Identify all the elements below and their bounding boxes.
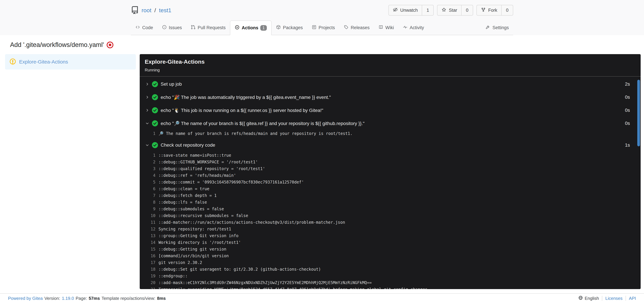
log-line: ::debug::commit = '0993c16458796907bcf83… bbox=[140, 179, 641, 186]
wrench-icon bbox=[485, 25, 490, 31]
chevron-right-icon bbox=[145, 82, 149, 86]
step-success-icon bbox=[152, 120, 158, 126]
step-list: Set up job 2s echo "🎉 The job was automa… bbox=[140, 77, 641, 289]
fork-button[interactable]: Fork bbox=[477, 5, 501, 15]
tab-activity-label: Activity bbox=[410, 25, 424, 30]
language-label: English bbox=[585, 296, 599, 301]
run-log-panel: Explore-Gitea-Actions Running Set up job… bbox=[140, 54, 641, 289]
page-footer: Powered by Gitea Version: 1.19.0 Page: 5… bbox=[0, 293, 644, 303]
step-duration: 1s bbox=[625, 142, 630, 148]
actions-count-badge: 1 bbox=[260, 25, 267, 31]
tab-settings[interactable]: Settings bbox=[481, 20, 513, 35]
step-duration: 0s bbox=[625, 108, 630, 113]
pulse-icon bbox=[403, 25, 408, 31]
log-line: ::debug::fetch depth = 1 bbox=[140, 192, 641, 199]
page-time-label: Page: bbox=[76, 296, 87, 301]
step-row-echo-branch[interactable]: echo "🔎 The name of your branch is ${{ g… bbox=[140, 117, 641, 130]
star-icon bbox=[442, 7, 446, 13]
step-row-echo-event[interactable]: echo "🎉 The job was automatically trigge… bbox=[140, 91, 641, 104]
job-item-label: Explore-Gitea-Actions bbox=[19, 59, 68, 65]
unwatch-button[interactable]: Unwatch bbox=[389, 5, 422, 15]
log-line: ::debug::recursive submodules = false bbox=[140, 212, 641, 219]
job-running-status-icon bbox=[10, 58, 16, 65]
step-row-echo-runner[interactable]: echo "🐧 This job is now running on a ${{… bbox=[140, 104, 641, 117]
tab-releases[interactable]: Releases bbox=[339, 20, 374, 35]
step-duration: 0s bbox=[625, 121, 630, 126]
actions-run-page: Add '.gitea/workflows/demo.yaml' Explore… bbox=[0, 35, 644, 293]
tab-issues-label: Issues bbox=[169, 25, 182, 30]
powered-by-gitea-link[interactable]: Powered by Gitea bbox=[8, 296, 43, 301]
api-link[interactable]: API bbox=[629, 296, 636, 301]
log-line: 🔎 The name of your branch is refs/heads/… bbox=[140, 130, 641, 137]
eye-slash-icon bbox=[393, 7, 398, 13]
workflow-run-title: Add '.gitea/workflows/demo.yaml' bbox=[10, 41, 104, 48]
code-icon bbox=[135, 25, 140, 31]
star-button[interactable]: Star bbox=[438, 5, 461, 15]
log-line: git version 2.30.2 bbox=[140, 259, 641, 266]
log-line: ::endgroup:: bbox=[140, 273, 641, 279]
star-button-group[interactable]: Star 0 bbox=[437, 5, 473, 15]
tab-packages-label: Packages bbox=[283, 25, 303, 30]
tab-actions-label: Actions bbox=[242, 25, 258, 30]
issue-opened-icon bbox=[162, 25, 167, 31]
tab-pull-requests-label: Pull Requests bbox=[198, 25, 226, 30]
step-log-output: ::save-state name=isPost::true ::debug::… bbox=[140, 152, 641, 289]
tab-packages[interactable]: Packages bbox=[272, 20, 307, 35]
page-time-value: 57ms bbox=[89, 296, 100, 301]
tab-activity[interactable]: Activity bbox=[398, 20, 428, 35]
tag-icon bbox=[344, 25, 349, 31]
log-scrollbar-thumb[interactable] bbox=[637, 80, 640, 146]
tab-wiki[interactable]: Wiki bbox=[374, 20, 398, 35]
tab-actions[interactable]: Actions 1 bbox=[230, 20, 272, 35]
language-selector[interactable]: English bbox=[578, 296, 599, 301]
top-header: root / test1 Unwatch 1 Star 0 bbox=[0, 0, 644, 35]
watchers-count[interactable]: 1 bbox=[422, 5, 433, 15]
project-icon bbox=[312, 25, 317, 31]
forks-count[interactable]: 0 bbox=[501, 5, 513, 15]
stars-count[interactable]: 0 bbox=[461, 5, 473, 15]
step-row-setup-job[interactable]: Set up job 2s bbox=[140, 78, 641, 91]
tab-wiki-label: Wiki bbox=[386, 25, 394, 30]
log-line: Working directory is '/root/test1' bbox=[140, 239, 641, 246]
unwatch-label: Unwatch bbox=[400, 8, 418, 13]
repo-name-link[interactable]: test1 bbox=[159, 7, 172, 13]
repo-breadcrumb: root / test1 bbox=[131, 6, 172, 14]
job-list-sidebar: Explore-Gitea-Actions bbox=[5, 54, 136, 69]
globe-icon bbox=[578, 296, 583, 301]
fork-label: Fork bbox=[488, 8, 497, 13]
tab-issues[interactable]: Issues bbox=[158, 20, 186, 35]
log-line: [command]/usr/bin/git version bbox=[140, 253, 641, 259]
tab-code[interactable]: Code bbox=[131, 20, 158, 35]
tab-settings-label: Settings bbox=[492, 25, 509, 30]
template-time-value: 8ms bbox=[157, 296, 166, 301]
tab-projects[interactable]: Projects bbox=[307, 20, 340, 35]
template-time-label: Template repo/actions/view: bbox=[102, 296, 155, 301]
step-label: echo "🎉 The job was automatically trigge… bbox=[161, 94, 331, 100]
tab-projects-label: Projects bbox=[319, 25, 335, 30]
step-label: Set up job bbox=[161, 81, 182, 87]
run-log-job-title: Explore-Gitea-Actions bbox=[145, 58, 636, 65]
licenses-link[interactable]: Licenses bbox=[605, 296, 622, 301]
step-label: echo "🔎 The name of your branch is ${{ g… bbox=[161, 121, 364, 126]
run-log-status: Running bbox=[145, 68, 636, 72]
tab-pull-requests[interactable]: Pull Requests bbox=[186, 20, 230, 35]
log-line: Temporarily overriding HOME='/tmp/8eab15… bbox=[140, 286, 641, 289]
step-success-icon bbox=[152, 142, 158, 148]
cancel-run-button[interactable] bbox=[106, 41, 114, 48]
repo-owner-link[interactable]: root bbox=[142, 7, 152, 13]
chevron-down-icon bbox=[145, 121, 149, 125]
tab-code-label: Code bbox=[142, 25, 153, 30]
watch-button-group[interactable]: Unwatch 1 bbox=[388, 5, 434, 15]
pull-request-icon bbox=[191, 25, 196, 31]
chevron-right-icon bbox=[145, 108, 149, 112]
step-label: Check out repository code bbox=[161, 142, 215, 148]
step-log-output: 🔎 The name of your branch is refs/heads/… bbox=[140, 130, 641, 137]
repo-separator: / bbox=[154, 7, 156, 13]
footer-divider bbox=[602, 296, 602, 301]
version-link[interactable]: 1.19.0 bbox=[62, 296, 74, 301]
step-row-checkout[interactable]: Check out repository code 1s bbox=[140, 139, 641, 152]
version-label: Version: bbox=[44, 296, 60, 301]
job-item-explore-gitea-actions[interactable]: Explore-Gitea-Actions bbox=[5, 54, 136, 69]
fork-button-group[interactable]: Fork 0 bbox=[476, 5, 513, 15]
star-label: Star bbox=[449, 8, 457, 13]
